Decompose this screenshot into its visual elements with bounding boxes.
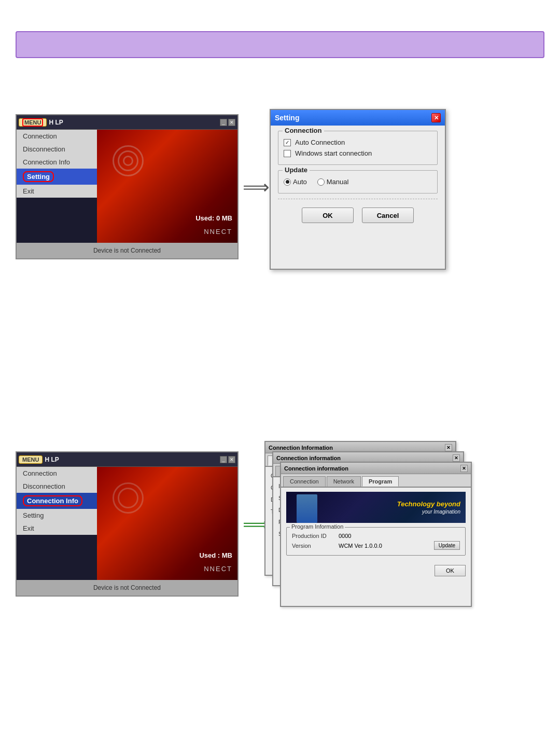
menu-item-disconnection-top[interactable]: Disconnection — [17, 143, 97, 156]
windows-start-checkbox[interactable] — [284, 150, 291, 157]
menu-list-top: Connection Disconnection Connection Info… — [17, 130, 97, 198]
connect-label-bottom: NNECT — [204, 565, 232, 573]
auto-connection-row[interactable]: ✓ Auto Connection — [284, 139, 432, 146]
radio-auto-circle[interactable] — [284, 178, 291, 186]
program-banner: Technology beyond your Imagination — [286, 492, 466, 523]
menu-button-bottom[interactable]: MENU — [19, 455, 43, 464]
menu-titlebar-top: MENU H LP _ ✕ — [17, 115, 237, 130]
program-group-label: Program Information — [290, 523, 345, 530]
conn-title-front: Connection information — [284, 465, 348, 472]
setting-buttons: OK Cancel — [278, 208, 438, 223]
banner-text-area: Technology beyond your Imagination — [397, 500, 460, 515]
conn-body-front: Technology beyond your Imagination Progr… — [281, 488, 471, 562]
radio-manual-circle[interactable] — [317, 178, 325, 186]
connect-label-top: NNECT — [204, 228, 232, 236]
background-area-top — [97, 130, 237, 258]
menu-button-top[interactable]: MENU — [19, 118, 47, 127]
close-btn-bottom[interactable]: ✕ — [228, 456, 235, 463]
update-group-label: Update — [283, 166, 310, 174]
update-group: Update Auto Manual — [278, 170, 438, 193]
setting-title: Setting — [275, 114, 299, 122]
radio-auto[interactable]: Auto — [284, 178, 307, 186]
auto-connection-label: Auto Connection — [295, 139, 345, 146]
menu-item-exit-bottom[interactable]: Exit — [17, 522, 97, 535]
used-text-top: Used: 0 MB — [195, 214, 232, 222]
conn-info-stack: Connection Information ✕ Connection Netw… — [264, 441, 467, 617]
connection-group: Connection ✓ Auto Connection Windows sta… — [278, 131, 438, 165]
top-banner — [16, 31, 544, 58]
help-button-top[interactable]: H LP — [49, 119, 63, 126]
menu-titlebar-bottom: MENU H LP _ ✕ — [17, 452, 237, 467]
setting-dialog: Setting ✕ Connection ✓ Auto Connection W… — [270, 109, 446, 270]
setting-titlebar: Setting ✕ — [271, 110, 445, 126]
conn-titlebar-front: Connection information ✕ — [281, 463, 471, 474]
radio-manual-label: Manual — [327, 178, 349, 186]
version-value: WCM Ver 1.0.0.0 — [339, 543, 382, 549]
menu-list-bottom: Connection Disconnection Connection Info… — [17, 467, 97, 535]
device-status-top: Device is not Connected — [17, 243, 237, 258]
conn-tabs-front: Connection Network Program — [281, 474, 471, 488]
program-info-group: Program Information Production ID 0000 V… — [286, 527, 466, 556]
device-status-bottom: Device is not Connected — [17, 580, 237, 596]
conn-title-back: Connection Information — [269, 445, 333, 451]
ok-button-setting[interactable]: OK — [302, 208, 354, 223]
menu-item-conninfo-top[interactable]: Connection Info — [17, 156, 97, 169]
conn-close-back[interactable]: ✕ — [445, 444, 452, 451]
ok-btn-area: OK — [281, 562, 471, 579]
setting-body: Connection ✓ Auto Connection Windows sta… — [271, 126, 445, 228]
conn-close-mid[interactable]: ✕ — [453, 454, 460, 462]
menu-item-setting-top[interactable]: Setting — [17, 169, 97, 185]
minimize-btn-top[interactable]: _ — [220, 119, 227, 126]
titlebar-controls-top: _ ✕ — [220, 119, 235, 126]
conn-tab-program-front[interactable]: Program — [362, 476, 399, 487]
wifi-icon-bottom — [102, 472, 154, 524]
conn-dialog-front: Connection information ✕ Connection Netw… — [280, 462, 472, 607]
used-text-bottom: Used : MB — [199, 551, 232, 559]
windows-start-row[interactable]: Windows start connection — [284, 149, 432, 157]
update-radio-row: Auto Manual — [284, 178, 432, 186]
prog-row-version: Version WCM Ver 1.0.0.0 Update — [292, 541, 460, 550]
menu-item-connection-top[interactable]: Connection — [17, 130, 97, 143]
ok-button-front[interactable]: OK — [435, 565, 466, 576]
close-btn-top[interactable]: ✕ — [228, 119, 235, 126]
version-label: Version — [292, 543, 339, 549]
radio-manual[interactable]: Manual — [317, 178, 349, 186]
windows-start-label: Windows start connection — [295, 149, 372, 157]
menu-item-exit-top[interactable]: Exit — [17, 185, 97, 198]
prod-id-value: 0000 — [339, 533, 351, 539]
connection-group-label: Connection — [283, 127, 324, 134]
setting-close-button[interactable]: ✕ — [431, 113, 441, 122]
menu-item-setting-bottom[interactable]: Setting — [17, 509, 97, 522]
prod-id-label: Production ID — [292, 533, 339, 539]
background-area-bottom — [97, 467, 237, 596]
auto-connection-checkbox[interactable]: ✓ — [284, 139, 291, 146]
radio-auto-fill — [286, 180, 289, 184]
radio-auto-label: Auto — [293, 178, 307, 186]
menu-item-disconnection-bottom[interactable]: Disconnection — [17, 480, 97, 493]
conn-close-front[interactable]: ✕ — [460, 465, 468, 472]
arrow-top: ⟹ — [243, 176, 270, 198]
conn-tab-connection-front[interactable]: Connection — [283, 476, 326, 487]
prog-row-id: Production ID 0000 — [292, 533, 460, 539]
minimize-btn-bottom[interactable]: _ — [220, 456, 227, 463]
cancel-button-setting[interactable]: Cancel — [362, 208, 414, 223]
help-button-bottom[interactable]: H LP — [45, 456, 59, 463]
menu-item-conninfo-bottom[interactable]: Connection Info — [17, 493, 97, 509]
menu-screenshot-top: MENU H LP _ ✕ Connection Disconnection C… — [16, 114, 239, 259]
banner-person — [297, 494, 317, 523]
menu-item-connection-bottom[interactable]: Connection — [17, 467, 97, 480]
banner-text-line2: your Imagination — [397, 509, 460, 515]
conn-tab-network-front[interactable]: Network — [327, 476, 361, 487]
wifi-icon-top — [102, 135, 154, 187]
banner-text-line1: Technology beyond — [397, 500, 460, 509]
conn-title-mid: Connection information — [276, 455, 341, 461]
divider — [278, 199, 438, 199]
titlebar-controls-bottom: _ ✕ — [220, 456, 235, 463]
menu-screenshot-bottom: MENU H LP _ ✕ Connection Disconnection C… — [16, 451, 239, 597]
update-button[interactable]: Update — [434, 541, 460, 550]
